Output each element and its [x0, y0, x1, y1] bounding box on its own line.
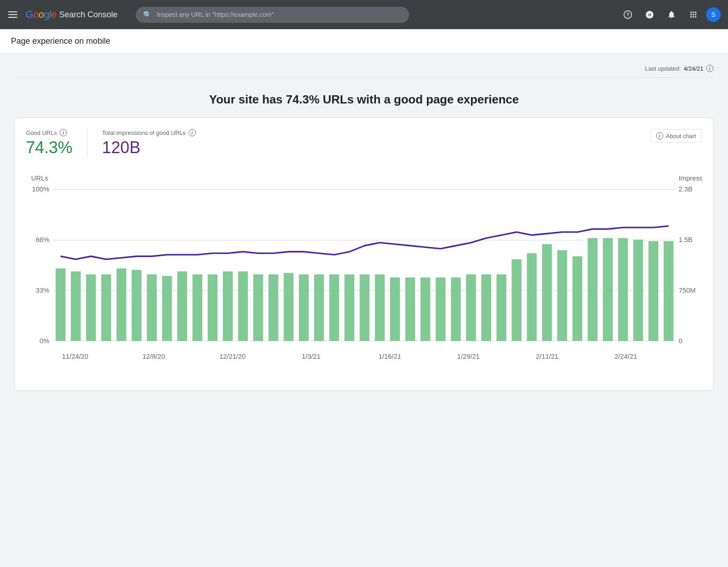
last-updated-row: Last updated: 4/24/21 i	[15, 65, 713, 78]
svg-rect-53	[588, 238, 598, 341]
svg-rect-23	[132, 270, 142, 341]
about-chart-info-icon: i	[656, 132, 663, 139]
svg-rect-21	[101, 274, 111, 341]
svg-text:66%: 66%	[36, 236, 50, 243]
svg-text:12/8/20: 12/8/20	[143, 353, 165, 360]
apps-grid-icon-button[interactable]	[684, 5, 702, 24]
svg-text:Impressions: Impressions	[679, 175, 702, 182]
good-urls-info-icon[interactable]: i	[60, 129, 67, 136]
headline: Your site has 74.3% URLs with a good pag…	[15, 93, 713, 107]
svg-rect-58	[664, 241, 674, 341]
svg-rect-22	[117, 268, 127, 341]
last-updated-info-icon[interactable]: i	[706, 65, 713, 72]
svg-rect-20	[86, 274, 96, 341]
svg-text:0: 0	[679, 337, 682, 345]
chart-svg: URLs 100% 66% 33% 0% Impressions 2.3B 1.…	[26, 168, 702, 377]
good-urls-value: 74.3%	[26, 138, 72, 157]
svg-rect-35	[314, 274, 324, 341]
svg-text:2/24/21: 2/24/21	[615, 353, 637, 360]
svg-rect-44	[451, 278, 461, 341]
svg-text:1/29/21: 1/29/21	[457, 353, 480, 360]
app-name: Search Console	[59, 10, 118, 20]
chart-metrics-row: Good URLs i 74.3% Total impressions of g…	[26, 129, 702, 157]
svg-rect-57	[648, 241, 658, 341]
svg-rect-55	[618, 238, 628, 341]
svg-rect-37	[344, 274, 354, 341]
svg-text:?: ?	[626, 12, 630, 17]
chart-container: URLs 100% 66% 33% 0% Impressions 2.3B 1.…	[26, 168, 702, 379]
svg-rect-27	[192, 274, 202, 341]
svg-rect-45	[466, 274, 476, 341]
svg-rect-47	[497, 274, 507, 341]
impressions-value: 120B	[102, 138, 196, 157]
user-avatar[interactable]: S	[706, 7, 721, 22]
svg-text:URLs: URLs	[31, 175, 48, 182]
last-updated-date: 4/24/21	[684, 65, 703, 72]
svg-text:11/24/20: 11/24/20	[62, 353, 88, 360]
impressions-metric: Total impressions of good URLs i 120B	[87, 129, 210, 157]
good-urls-metric: Good URLs i 74.3%	[26, 129, 87, 157]
svg-rect-43	[436, 278, 446, 341]
google-logo: Google	[26, 9, 56, 21]
svg-rect-39	[375, 274, 385, 341]
url-search-bar[interactable]: 🔍 Inspect any URL in "https://example.co…	[136, 7, 409, 23]
svg-rect-34	[299, 274, 309, 341]
impressions-info-icon[interactable]: i	[189, 129, 196, 136]
svg-point-3	[649, 11, 651, 14]
svg-rect-33	[284, 273, 294, 341]
help-icon-button[interactable]: ?	[619, 5, 637, 24]
page-title: Page experience on mobile	[11, 36, 110, 46]
main-content: Last updated: 4/24/21 i Your site has 74…	[0, 54, 728, 402]
svg-rect-46	[481, 274, 491, 341]
svg-rect-56	[633, 240, 643, 341]
about-chart-button[interactable]: i About chart	[650, 129, 702, 143]
good-urls-label: Good URLs i	[26, 129, 72, 136]
svg-rect-29	[223, 271, 233, 341]
svg-rect-54	[603, 238, 613, 341]
svg-text:100%: 100%	[32, 186, 49, 193]
svg-rect-52	[573, 256, 583, 341]
chart-card: Good URLs i 74.3% Total impressions of g…	[15, 118, 713, 391]
svg-rect-31	[253, 274, 263, 341]
last-updated-label: Last updated:	[645, 65, 681, 72]
svg-rect-49	[527, 253, 537, 341]
svg-rect-48	[512, 259, 522, 341]
svg-rect-41	[405, 278, 415, 341]
svg-text:1.5B: 1.5B	[679, 236, 693, 243]
svg-text:750M: 750M	[679, 287, 696, 294]
header-actions: ? S	[619, 5, 721, 24]
svg-rect-19	[71, 271, 81, 341]
svg-rect-50	[542, 244, 552, 341]
svg-text:2.3B: 2.3B	[679, 186, 693, 193]
svg-rect-25	[162, 276, 172, 341]
svg-rect-32	[268, 274, 278, 341]
svg-rect-28	[208, 274, 218, 341]
svg-rect-36	[329, 274, 339, 341]
menu-icon[interactable]	[7, 11, 18, 18]
svg-rect-26	[177, 271, 187, 341]
search-input-placeholder: Inspect any URL in "https://example.com"	[157, 11, 402, 18]
svg-rect-18	[56, 268, 66, 341]
svg-text:0%: 0%	[40, 337, 49, 345]
svg-text:2/11/21: 2/11/21	[536, 353, 558, 360]
svg-rect-30	[238, 271, 248, 341]
svg-text:1/16/21: 1/16/21	[379, 353, 401, 360]
svg-rect-24	[147, 274, 157, 341]
impressions-label: Total impressions of good URLs i	[102, 129, 196, 136]
svg-rect-51	[557, 250, 567, 341]
page-title-bar: Page experience on mobile	[0, 29, 728, 54]
svg-text:1/3/21: 1/3/21	[302, 353, 320, 360]
svg-text:33%: 33%	[36, 287, 50, 294]
notifications-icon-button[interactable]	[662, 5, 681, 24]
svg-rect-40	[390, 278, 400, 341]
svg-rect-42	[420, 278, 431, 341]
app-header: Google Search Console 🔍 Inspect any URL …	[0, 0, 728, 29]
svg-text:12/21/20: 12/21/20	[219, 353, 246, 360]
svg-rect-38	[360, 274, 370, 341]
search-icon: 🔍	[143, 10, 152, 19]
account-circle-icon-button[interactable]	[641, 5, 659, 24]
logo-area[interactable]: Google Search Console	[26, 9, 118, 21]
